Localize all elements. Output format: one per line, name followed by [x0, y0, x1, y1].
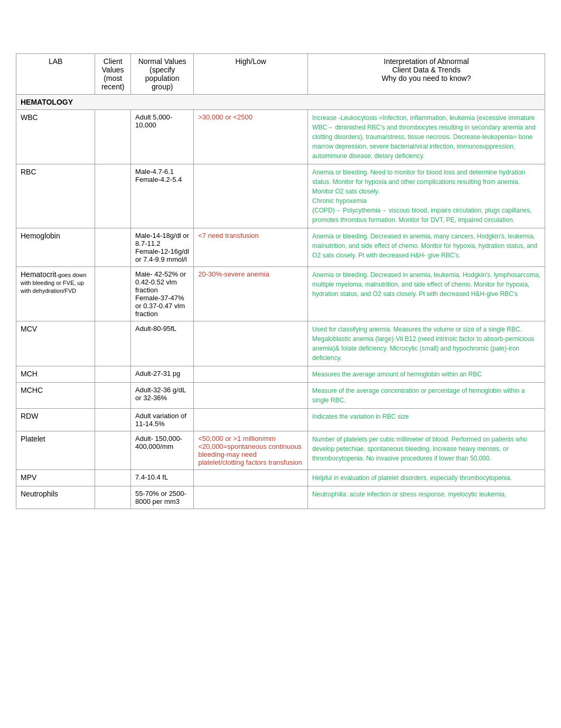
lab-name: Hemoglobin — [21, 232, 60, 240]
table-row: RDWAdult variation of 11-14.5%Indicates … — [16, 409, 545, 431]
client-values-cell — [95, 431, 131, 470]
lab-name: MCH — [21, 370, 38, 378]
lab-name-cell: RDW — [16, 409, 95, 431]
high-low-cell — [194, 366, 308, 383]
client-values-cell — [95, 228, 131, 267]
lab-name: RDW — [21, 412, 38, 420]
lab-name-cell: MPV — [16, 470, 95, 486]
table-row: MCHAdult-27-31 pgMeasures the average am… — [16, 366, 545, 383]
normal-values-cell: Male- 42-52% or 0.42-0.52 vlm fraction F… — [131, 267, 194, 321]
header-lab: LAB — [16, 54, 95, 95]
interpretation-cell: Increase -Leukocytosis =Infection, infla… — [308, 110, 545, 164]
client-values-cell — [95, 470, 131, 486]
lab-name-cell: Hematocrit-goes down with bleeding or FV… — [16, 267, 95, 321]
lab-name-cell: MCHC — [16, 383, 95, 409]
lab-name-cell: RBC — [16, 164, 95, 228]
normal-values-cell: Adult-32-36 g/dL or 32-36% — [131, 383, 194, 409]
table-row: MPV7.4-10.4 fLHelpful in evaluation of p… — [16, 470, 545, 486]
lab-name: Neutrophils — [21, 490, 58, 498]
high-low-cell — [194, 321, 308, 366]
normal-values-cell: Adult variation of 11-14.5% — [131, 409, 194, 431]
lab-name: Platelet — [21, 435, 45, 443]
table-row: MCHCAdult-32-36 g/dL or 32-36%Measure of… — [16, 383, 545, 409]
client-values-cell — [95, 267, 131, 321]
lab-name-cell: Platelet — [16, 431, 95, 470]
table-row: WBCAdult 5,000-10,000>30,000 or <2500Inc… — [16, 110, 545, 164]
header-interpretation: Interpretation of AbnormalClient Data & … — [308, 54, 545, 95]
section-name: HEMATOLOGY — [16, 95, 545, 110]
high-low-cell — [194, 383, 308, 409]
high-low-cell — [194, 486, 308, 509]
interpretation-cell: Indicates the variation in RBC size — [308, 409, 545, 431]
client-values-cell — [95, 486, 131, 509]
high-low-cell: <7 need transfusion — [194, 228, 308, 267]
client-values-cell — [95, 110, 131, 164]
normal-values-cell: Adult-80-95fL — [131, 321, 194, 366]
header-normal-values: Normal Values(specify populationgroup) — [131, 54, 194, 95]
table-row: RBCMale-4.7-6.1 Female-4.2-5.4Anemia or … — [16, 164, 545, 228]
header-client-values: Client Values(most recent) — [95, 54, 131, 95]
table-row: PlateletAdult- 150,000-400,000/mm<50,000… — [16, 431, 545, 470]
lab-name-cell: Neutrophils — [16, 486, 95, 509]
high-low-cell — [194, 409, 308, 431]
lab-name-cell: Hemoglobin — [16, 228, 95, 267]
lab-name: MCV — [21, 325, 37, 333]
lab-name-cell: WBC — [16, 110, 95, 164]
table-row: MCVAdult-80-95fLUsed for classifying ane… — [16, 321, 545, 366]
high-low-cell: <50,000 or >1 million/mm <20,000=spontan… — [194, 431, 308, 470]
interpretation-cell: Number of platelets per cubic millimeter… — [308, 431, 545, 470]
high-low-cell: >30,000 or <2500 — [194, 110, 308, 164]
lab-name: RBC — [21, 168, 36, 176]
interpretation-cell: Measure of the average concentration or … — [308, 383, 545, 409]
normal-values-cell: 7.4-10.4 fL — [131, 470, 194, 486]
client-values-cell — [95, 366, 131, 383]
normal-values-cell: 55-70% or 2500-8000 per mm3 — [131, 486, 194, 509]
normal-values-cell: Adult- 150,000-400,000/mm — [131, 431, 194, 470]
normal-values-cell: Adult-27-31 pg — [131, 366, 194, 383]
lab-name: MCHC — [21, 386, 43, 394]
lab-name: Hematocrit — [21, 270, 57, 279]
lab-name-cell: MCV — [16, 321, 95, 366]
interpretation-cell: Anemia or bleeding. Decreased in anemia,… — [308, 228, 545, 267]
table-header-row: LAB Client Values(most recent) Normal Va… — [16, 54, 545, 95]
diagnostic-table: LAB Client Values(most recent) Normal Va… — [16, 53, 545, 509]
interpretation-cell: Used for classifying anemia. Measures th… — [308, 321, 545, 366]
interpretation-cell: Helpful in evaluation of platelet disord… — [308, 470, 545, 486]
client-values-cell — [95, 383, 131, 409]
interpretation-cell: Measures the average amount of hemoglobi… — [308, 366, 545, 383]
lab-name: WBC — [21, 113, 38, 122]
normal-values-cell: Adult 5,000-10,000 — [131, 110, 194, 164]
lab-name: MPV — [21, 473, 36, 482]
interpretation-cell: Anemia or bleeding. Need to monitor for … — [308, 164, 545, 228]
high-low-cell: 20-30%-severe anemia — [194, 267, 308, 321]
table-row: Hematocrit-goes down with bleeding or FV… — [16, 267, 545, 321]
interpretation-cell: Neutrophilia: acute infection or stress … — [308, 486, 545, 509]
lab-name-cell: MCH — [16, 366, 95, 383]
header-high-low: High/Low — [194, 54, 308, 95]
client-values-cell — [95, 409, 131, 431]
high-low-cell — [194, 164, 308, 228]
high-low-cell — [194, 470, 308, 486]
interpretation-cell: Anemia or bleeding. Decreased in anemia,… — [308, 267, 545, 321]
normal-values-cell: Male-14-18g/dl or 8.7-11.2 Female-12-16g… — [131, 228, 194, 267]
normal-values-cell: Male-4.7-6.1 Female-4.2-5.4 — [131, 164, 194, 228]
page-header — [16, 16, 545, 43]
client-values-cell — [95, 321, 131, 366]
section-header-row: HEMATOLOGY — [16, 95, 545, 110]
client-values-cell — [95, 164, 131, 228]
table-row: HemoglobinMale-14-18g/dl or 8.7-11.2 Fem… — [16, 228, 545, 267]
table-row: Neutrophils55-70% or 2500-8000 per mm3Ne… — [16, 486, 545, 509]
